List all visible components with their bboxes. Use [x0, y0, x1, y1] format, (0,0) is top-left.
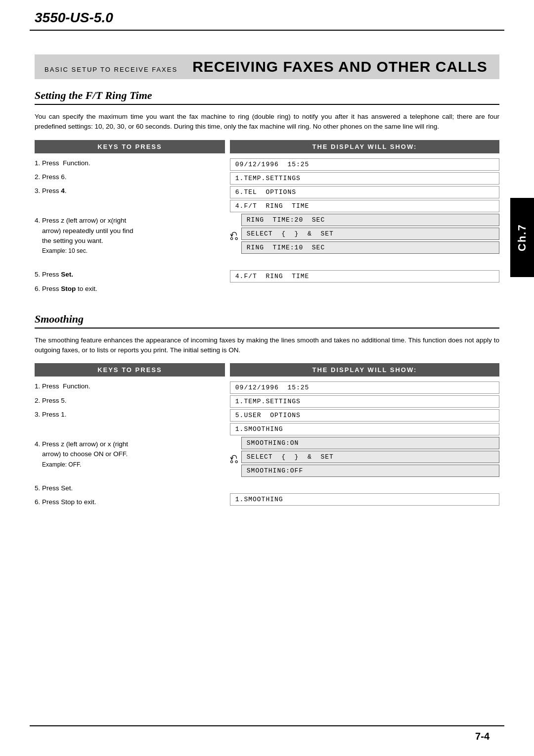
section2-arrow-group: ⎌ SMOOTHING:ON SELECT { } & SET SMOOTHIN…: [230, 437, 499, 478]
display-2-7: SMOOTHING:OFF: [241, 465, 499, 477]
step-2-4: 4. Press z (left arrow) or x (right arro…: [35, 439, 225, 470]
step-1-1: 1. Press Function.: [35, 158, 225, 168]
step-2-3: 3. Press 1.: [35, 410, 225, 420]
section2-display-header: THE DISPLAY WILL SHOW:: [230, 363, 499, 377]
step-1-6: 6. Press Stop to exit.: [35, 284, 225, 294]
step-1-4: 4. Press z (left arrow) or x(right arrow…: [35, 216, 225, 256]
section1-arrow-group: ⎌ RING TIME:20 SEC SELECT { } & SET RING…: [230, 214, 499, 255]
section-1: Setting the F/T Ring Time You can specif…: [35, 89, 499, 298]
section1-body: You can specify the maximum time you wan…: [35, 112, 499, 132]
display-2-3: 5.USER OPTIONS: [230, 409, 499, 422]
section2-keys-header: KEYS TO PRESS: [35, 363, 225, 377]
section2-right: THE DISPLAY WILL SHOW: 09/12/1996 15:25 …: [230, 363, 499, 511]
step-2-2: 2. Press 5.: [35, 396, 225, 406]
display-1-7: RING TIME:10 SEC: [241, 241, 499, 254]
display-2-2: 1.TEMP.SETTINGS: [230, 395, 499, 408]
page-number: 7-4: [475, 731, 490, 742]
chapter-tab: Ch.7: [510, 198, 534, 277]
step-2-6: 6. Press Stop to exit.: [35, 497, 225, 507]
section-title-bar: BASIC SETUP TO RECEIVE FAXES RECEIVING F…: [35, 54, 499, 79]
display-2-1: 09/12/1996 15:25: [230, 381, 499, 394]
section1-instructions: KEYS TO PRESS 1. Press Function. 2. Pres…: [35, 140, 499, 298]
big-title: RECEIVING FAXES AND OTHER CALLS: [192, 58, 488, 75]
display-1-3: 6.TEL OPTIONS: [230, 186, 499, 198]
section1-display-header: THE DISPLAY WILL SHOW:: [230, 140, 499, 153]
display-1-final: 4.F/T RING TIME: [230, 270, 499, 283]
section2-body: The smoothing feature enhances the appea…: [35, 335, 499, 356]
display-2-6: SELECT { } & SET: [241, 451, 499, 463]
display-2-4: 1.SMOOTHING: [230, 423, 499, 435]
display-2-5: SMOOTHING:ON: [241, 437, 499, 449]
section-2: Smoothing The smoothing feature enhances…: [35, 313, 499, 512]
display-1-6: SELECT { } & SET: [241, 228, 499, 240]
section1-right: THE DISPLAY WILL SHOW: 09/12/1996 15:25 …: [230, 140, 499, 298]
header: 3550-US-5.0: [35, 10, 499, 26]
section2-heading: Smoothing: [35, 313, 499, 329]
top-border: [30, 30, 504, 31]
section2-instructions: KEYS TO PRESS 1. Press Function. 2. Pres…: [35, 363, 499, 511]
doc-number: 3550-US-5.0: [35, 10, 499, 26]
section1-heading: Setting the F/T Ring Time: [35, 89, 499, 105]
step-2-5: 5. Press Set.: [35, 483, 225, 493]
display-1-2: 1.TEMP.SETTINGS: [230, 172, 499, 185]
step-1-2: 2. Press 6.: [35, 172, 225, 182]
step-1-5: 5. Press Set.: [35, 270, 225, 280]
section2-left: KEYS TO PRESS 1. Press Function. 2. Pres…: [35, 363, 230, 511]
small-title: BASIC SETUP TO RECEIVE FAXES: [44, 66, 178, 73]
section1-left: KEYS TO PRESS 1. Press Function. 2. Pres…: [35, 140, 230, 298]
display-1-1: 09/12/1996 15:25: [230, 158, 499, 171]
display-1-5: RING TIME:20 SEC: [241, 214, 499, 226]
display-1-4: 4.F/T RING TIME: [230, 200, 499, 212]
main-content: BASIC SETUP TO RECEIVE FAXES RECEIVING F…: [35, 35, 499, 511]
section2-steps: 1. Press Function. 2. Press 5. 3. Press …: [35, 381, 225, 507]
bottom-border: [30, 725, 504, 726]
section1-steps: 1. Press Function. 2. Press 6. 3. Press …: [35, 158, 225, 294]
step-2-1: 1. Press Function.: [35, 381, 225, 391]
display-2-final: 1.SMOOTHING: [230, 493, 499, 506]
section1-keys-header: KEYS TO PRESS: [35, 140, 225, 153]
page: 3550-US-5.0 BASIC SETUP TO RECEIVE FAXES…: [0, 0, 534, 756]
step-1-3: 3. Press 4.: [35, 186, 225, 196]
